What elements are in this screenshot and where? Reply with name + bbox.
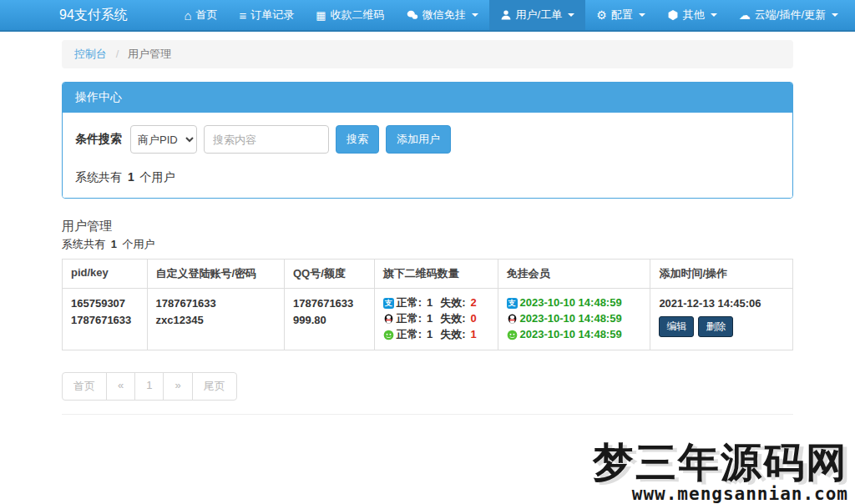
fail-count: 0 [471, 311, 477, 327]
fail-label: 失效: [440, 295, 465, 311]
pagination-prev[interactable]: « [106, 372, 135, 401]
alipay-icon [383, 298, 394, 309]
edit-button[interactable]: 编辑 [659, 316, 694, 337]
fail-label: 失效: [440, 311, 465, 327]
cell-pid-key: 165759307 1787671633 [63, 289, 148, 350]
subtitle-suffix: 个用户 [122, 238, 154, 250]
user-icon [500, 9, 512, 21]
normal-label: 正常: [397, 327, 422, 343]
nav-item-label: 首页 [196, 8, 218, 23]
list-icon [240, 9, 247, 22]
nav-item-label: 用户/工单 [516, 8, 563, 23]
subtitle-prefix: 系统共有 [62, 238, 105, 250]
wechat-icon [383, 330, 394, 340]
col-header-account: 自定义登陆账号/密码 [147, 260, 285, 289]
operation-panel: 操作中心 条件搜索 商户PID 搜索 添加用户 系统共有 1 个用户 [62, 82, 793, 199]
pagination-first[interactable]: 首页 [62, 372, 107, 401]
subtitle-count: 1 [111, 238, 117, 250]
nav-item-orders[interactable]: 订单记录 [229, 0, 306, 30]
search-condition-label: 条件搜索 [75, 132, 122, 147]
nav-item-label: 收款二维码 [331, 8, 385, 23]
wechat-icon [407, 9, 418, 21]
top-navbar: 94支付系统 首页 订单记录 收款二维码 微 [0, 0, 855, 32]
chevron-down-icon [472, 13, 478, 17]
fail-count: 2 [471, 295, 477, 311]
chevron-down-icon [832, 13, 838, 17]
normal-count: 1 [427, 311, 433, 327]
watermark-title: 梦三年源码网 [593, 442, 848, 483]
nav-item-qrcode[interactable]: 收款二维码 [305, 0, 395, 30]
alipay-icon [507, 298, 518, 309]
search-input[interactable] [204, 125, 329, 154]
nav-item-wechat[interactable]: 微信免挂 [396, 0, 489, 30]
key-value: 1787671633 [71, 312, 139, 329]
pagination-next[interactable]: » [163, 372, 192, 401]
qq-icon [383, 314, 394, 325]
table-header-row: pid/key 自定义登陆账号/密码 QQ号/额度 旗下二维码数量 免挂会员 添… [63, 260, 793, 289]
cell-time-ops: 2021-12-13 14:45:06 编辑 删除 [650, 289, 793, 350]
nav-item-label: 微信免挂 [422, 8, 466, 23]
gear-icon [596, 9, 607, 21]
fail-label: 失效: [440, 327, 465, 343]
breadcrumb-home-link[interactable]: 控制台 [74, 48, 107, 60]
nav-item-label: 订单记录 [250, 8, 294, 23]
table-row: 165759307 1787671633 1787671633 zxc12345… [63, 289, 793, 350]
membership-expiry: 2023-10-10 14:48:59 [520, 311, 622, 327]
membership-expiry: 2023-10-10 14:48:59 [520, 327, 622, 343]
search-button[interactable]: 搜索 [336, 125, 379, 154]
nav-item-home[interactable]: 首页 [173, 0, 228, 30]
qrcode-line-alipay: 正常: 1 失效: 2 [383, 295, 489, 311]
membership-expiry: 2023-10-10 14:48:59 [520, 295, 622, 311]
col-header-time-ops: 添加时间/操作 [650, 260, 793, 289]
pid-value: 165759307 [71, 295, 139, 312]
nav-item-label: 其他 [683, 8, 705, 23]
chevron-down-icon [568, 13, 574, 17]
cell-membership: 2023-10-10 14:48:59 2023-10-10 14:48:59 [498, 289, 650, 350]
membership-line-alipay: 2023-10-10 14:48:59 [507, 295, 642, 311]
col-header-membership: 免挂会员 [498, 260, 650, 289]
qrcode-line-wechat: 正常: 1 失效: 1 [383, 327, 489, 343]
nav-item-label: 云端/插件/更新 [755, 8, 826, 23]
membership-line-qq: 2023-10-10 14:48:59 [507, 311, 642, 327]
add-user-button[interactable]: 添加用户 [386, 125, 451, 154]
account-value: 1787671633 [156, 295, 276, 312]
normal-count: 1 [427, 295, 433, 311]
pagination: 首页 « 1 » 尾页 [62, 372, 237, 401]
quota-value: 999.80 [293, 312, 366, 329]
normal-label: 正常: [397, 295, 422, 311]
summary-count: 1 [128, 170, 134, 184]
summary-prefix: 系统共有 [75, 170, 122, 184]
nav-item-config[interactable]: 配置 [585, 0, 656, 30]
nav-item-cloud[interactable]: 云端/插件/更新 [728, 0, 849, 30]
membership-line-wechat: 2023-10-10 14:48:59 [507, 327, 642, 343]
search-type-select[interactable]: 商户PID [130, 125, 197, 154]
pagination-page-1[interactable]: 1 [134, 372, 164, 401]
qrcode-icon [316, 10, 326, 21]
watermark-url: www.mengsannian.com [593, 484, 848, 504]
nav-item-users[interactable]: 用户/工单 [489, 0, 586, 30]
delete-button[interactable]: 删除 [698, 316, 733, 337]
qq-icon [507, 314, 518, 325]
breadcrumb-current: 用户管理 [128, 48, 171, 60]
cell-qq-quota: 1787671633 999.80 [285, 289, 375, 350]
watermark: 梦三年源码网 www.mengsannian.com [593, 442, 848, 504]
pagination-last[interactable]: 尾页 [192, 372, 237, 401]
summary-suffix: 个用户 [140, 170, 175, 184]
col-header-qq: QQ号/额度 [285, 260, 375, 289]
chevron-down-icon [711, 13, 717, 17]
user-count-summary: 系统共有 1 个用户 [75, 170, 780, 185]
cube-icon [667, 9, 679, 21]
section-subtitle: 系统共有 1 个用户 [62, 237, 793, 252]
col-header-pid: pid/key [63, 260, 148, 289]
nav-item-other[interactable]: 其他 [656, 0, 728, 30]
qrcode-line-qq: 正常: 1 失效: 0 [383, 311, 489, 327]
cell-account: 1787671633 zxc12345 [147, 289, 285, 350]
brand-title[interactable]: 94支付系统 [59, 0, 128, 30]
breadcrumb: 控制台 / 用户管理 [62, 40, 793, 68]
added-time: 2021-12-13 14:45:06 [659, 295, 784, 312]
page: 94支付系统 首页 订单记录 收款二维码 微 [0, 0, 855, 504]
nav-item-label: 配置 [611, 8, 633, 23]
panel-title: 操作中心 [63, 83, 792, 113]
home-icon [184, 9, 191, 22]
normal-label: 正常: [397, 311, 422, 327]
